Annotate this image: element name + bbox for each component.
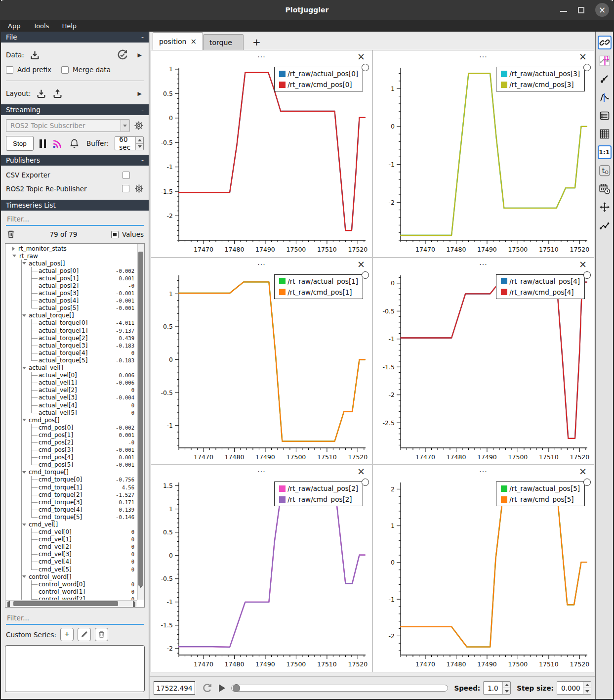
save-layout-icon[interactable] bbox=[52, 88, 63, 99]
plot-pos3[interactable]: ...×/rt_raw/actual_pos[3]/rt_raw/cmd_pos… bbox=[373, 50, 594, 257]
plot-menu-icon[interactable]: ... bbox=[479, 259, 487, 266]
tree-item[interactable]: cmd_torque[4]0.139 bbox=[6, 506, 136, 513]
tree-item[interactable]: control_word[2]0 bbox=[6, 595, 136, 600]
tree-item[interactable]: actual_pos[4]-0.001 bbox=[6, 297, 136, 305]
scrollbar-thumb[interactable] bbox=[13, 601, 118, 606]
scrollbar-thumb[interactable] bbox=[138, 252, 143, 586]
tree-item[interactable]: actual_vel[3]-0.004 bbox=[6, 394, 136, 401]
csv-exporter-checkbox[interactable] bbox=[123, 172, 130, 179]
timeline-slider[interactable] bbox=[231, 685, 448, 692]
plot-legend[interactable]: /rt_raw/actual_pos[2]/rt_raw/cmd_pos[2] bbox=[274, 481, 363, 506]
streaming-signal-icon[interactable] bbox=[52, 138, 63, 149]
tree-group[interactable]: actual_vel[] bbox=[6, 364, 136, 372]
streaming-settings-gear-icon[interactable] bbox=[134, 121, 144, 131]
grid-icon[interactable] bbox=[598, 127, 612, 141]
plot-pos5[interactable]: ...×/rt_raw/actual_pos[5]/rt_raw/cmd_pos… bbox=[373, 465, 594, 672]
plot-menu-icon[interactable]: ... bbox=[479, 466, 487, 474]
tree-item[interactable]: actual_pos[3]-0.001 bbox=[6, 290, 136, 297]
tree-group[interactable]: cmd_pos[] bbox=[6, 416, 136, 424]
streaming-section-header[interactable]: Streaming - bbox=[1, 104, 149, 115]
collapse-icon[interactable] bbox=[22, 419, 26, 421]
plot-legend[interactable]: /rt_raw/actual_pos[4]/rt_raw/cmd_pos[4] bbox=[496, 274, 585, 299]
tree-item[interactable]: actual_torque[1]-9.137 bbox=[6, 327, 136, 334]
plot-menu-icon[interactable]: ... bbox=[257, 466, 265, 474]
tree-item[interactable]: cmd_vel[0]0 bbox=[6, 528, 136, 536]
plot-pos4[interactable]: ...×/rt_raw/actual_pos[4]/rt_raw/cmd_pos… bbox=[373, 258, 594, 465]
spin-down-icon[interactable] bbox=[583, 688, 591, 694]
tree-item[interactable]: cmd_pos[5]-0.001 bbox=[6, 461, 136, 469]
spin-up-icon[interactable] bbox=[136, 137, 143, 144]
values-checkbox[interactable] bbox=[111, 231, 119, 238]
legend-entry[interactable]: /rt_raw/cmd_pos[3] bbox=[501, 81, 580, 88]
tree-item[interactable]: control_word[1]0 bbox=[6, 588, 136, 595]
tab-torque[interactable]: torque bbox=[203, 34, 244, 50]
tree-item[interactable]: cmd_vel[2]0 bbox=[6, 543, 136, 551]
collapse-icon[interactable] bbox=[12, 255, 16, 257]
tree-item[interactable]: actual_pos[2]-0 bbox=[6, 282, 136, 289]
publishers-section-header[interactable]: Publishers - bbox=[1, 155, 149, 166]
plot-legend[interactable]: /rt_raw/actual_pos[1]/rt_raw/cmd_pos[1] bbox=[274, 274, 363, 299]
plot-pos1[interactable]: ...×/rt_raw/actual_pos[1]/rt_raw/cmd_pos… bbox=[151, 258, 372, 465]
custom-series-list[interactable] bbox=[5, 645, 145, 692]
merge-data-checkbox[interactable] bbox=[61, 66, 69, 74]
maximize-icon[interactable] bbox=[578, 7, 584, 13]
legend-entry[interactable]: /rt_raw/cmd_pos[4] bbox=[501, 288, 580, 296]
spin-up-icon[interactable] bbox=[583, 682, 591, 688]
tree-item[interactable]: cmd_torque[0]-0.756 bbox=[6, 476, 136, 483]
ros2-republisher-checkbox[interactable] bbox=[122, 185, 129, 192]
plot-menu-icon[interactable]: ... bbox=[257, 51, 265, 59]
plot-pos2[interactable]: ...×/rt_raw/actual_pos[2]/rt_raw/cmd_pos… bbox=[151, 465, 372, 672]
add-custom-series-button[interactable]: + bbox=[60, 628, 74, 641]
tree-item[interactable]: actual_vel[1]-0.006 bbox=[6, 379, 136, 387]
plot-pos0[interactable]: ...×/rt_raw/actual_pos[0]/rt_raw/cmd_pos… bbox=[151, 50, 372, 257]
tree-item[interactable]: actual_vel[4]0 bbox=[6, 401, 136, 409]
spin-down-icon[interactable] bbox=[136, 144, 143, 150]
play-icon[interactable] bbox=[219, 684, 225, 692]
tree-group[interactable]: control_word[] bbox=[6, 573, 136, 580]
plot-legend[interactable]: /rt_raw/actual_pos[5]/rt_raw/cmd_pos[5] bbox=[496, 481, 585, 506]
move-icon[interactable] bbox=[598, 200, 612, 214]
plot-canvas[interactable]: 174701748017490175001751017520-2-1012 bbox=[373, 478, 594, 672]
tree-item[interactable]: actual_pos[0]-0.002 bbox=[6, 267, 136, 274]
plot-canvas[interactable]: 174701748017490175001751017520-2-101 bbox=[373, 63, 594, 257]
tree-item[interactable]: actual_torque[0]-4.011 bbox=[6, 319, 136, 327]
plot-handle-circle[interactable] bbox=[362, 271, 369, 279]
file-section-header[interactable]: File - bbox=[1, 32, 149, 43]
tree-item[interactable]: actual_vel[5]0 bbox=[6, 409, 136, 416]
delete-custom-series-button[interactable] bbox=[95, 628, 108, 641]
tree-item[interactable]: cmd_pos[0]-0.002 bbox=[6, 424, 136, 431]
tree-item[interactable]: cmd_vel[3]0 bbox=[6, 551, 136, 558]
tree-item[interactable]: actual_torque[2]0.439 bbox=[6, 334, 136, 342]
tree-item[interactable]: cmd_torque[5]-0.146 bbox=[6, 513, 136, 521]
collapse-icon[interactable]: - bbox=[141, 156, 144, 164]
timeseries-filter-input[interactable]: Filter... bbox=[6, 214, 144, 226]
plot-legend[interactable]: /rt_raw/actual_pos[0]/rt_raw/cmd_pos[0] bbox=[274, 67, 363, 91]
tree-item[interactable]: actual_torque[3]-0.183 bbox=[6, 342, 136, 349]
tree-item[interactable]: actual_torque[4]0 bbox=[6, 349, 136, 356]
legend-entry[interactable]: /rt_raw/actual_pos[2] bbox=[279, 484, 358, 492]
plot-handle-circle[interactable] bbox=[362, 64, 369, 71]
minimize-icon[interactable] bbox=[560, 8, 567, 12]
pause-icon[interactable] bbox=[40, 139, 46, 148]
tree-group[interactable]: actual_torque[] bbox=[6, 312, 136, 319]
plot-menu-icon[interactable]: ... bbox=[257, 259, 265, 266]
loop-icon[interactable] bbox=[201, 682, 213, 694]
tree-item[interactable]: cmd_vel[4]0 bbox=[6, 558, 136, 566]
samples-icon[interactable] bbox=[598, 219, 612, 232]
tree-group[interactable]: rt_monitor_stats bbox=[6, 245, 136, 252]
tree-item[interactable]: cmd_vel[1]0 bbox=[6, 536, 136, 543]
plot-canvas[interactable]: 174701748017490175001751017520-1-0.500.5… bbox=[151, 271, 372, 465]
tree-group[interactable]: actual_pos[] bbox=[6, 260, 136, 267]
collapse-icon[interactable] bbox=[22, 575, 26, 578]
notifications-bell-icon[interactable] bbox=[69, 138, 80, 149]
plot-close-icon[interactable]: × bbox=[579, 260, 587, 269]
speed-spinbox[interactable]: 1.0 bbox=[483, 681, 511, 695]
tree-item[interactable]: cmd_vel[5]0 bbox=[6, 566, 136, 573]
menu-help[interactable]: Help bbox=[62, 22, 77, 30]
ratio-1-1-icon[interactable]: 1:1 bbox=[598, 145, 612, 159]
menu-tools[interactable]: Tools bbox=[33, 22, 49, 30]
tree-item[interactable]: cmd_pos[2]-0 bbox=[6, 438, 136, 446]
stop-button[interactable]: Stop bbox=[6, 136, 34, 151]
load-data-icon[interactable] bbox=[29, 49, 41, 61]
tree-item[interactable]: actual_vel[2]0 bbox=[6, 387, 136, 394]
